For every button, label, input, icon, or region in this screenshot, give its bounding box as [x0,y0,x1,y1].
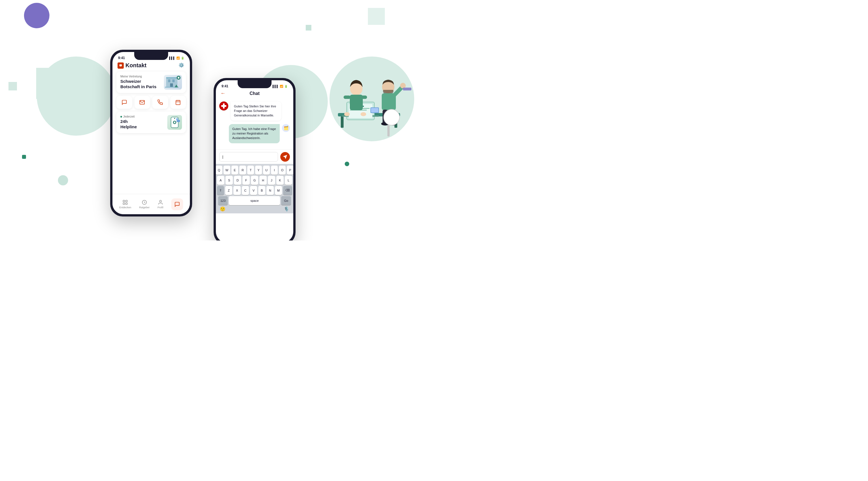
helpline-info: Jederzeit 24h Helpline [120,115,137,130]
svg-rect-62 [403,88,411,90]
key-C[interactable]: C [242,186,249,195]
nav-chat-btn[interactable] [171,199,183,210]
svg-rect-31 [221,105,226,107]
keyboard-row-1: Q W E R T Y U I O P [217,166,292,175]
nav-entdecken-label: Entdecken [119,206,131,209]
back-button[interactable]: ← [220,90,225,96]
svg-point-49 [344,112,350,116]
key-123[interactable]: 123 [218,196,228,205]
key-A[interactable]: A [217,176,224,185]
helpline-card[interactable]: Jederzeit 24h Helpline [116,112,186,133]
phone1-body: 9:41 ▌▌▌ 📶 🔋 Kontakt ⚙️ [110,50,192,216]
bot-avatar [219,101,228,111]
virtual-keyboard: Q W E R T Y U I O P A S D F G [216,164,293,213]
svg-point-28 [159,200,161,202]
vertretung-card[interactable]: Meine Vertretung Schweizer Botschaft in … [116,71,186,93]
svg-rect-25 [123,203,125,205]
bg-circle-phone1 [37,57,116,136]
nav-profil-label: Profil [157,206,163,209]
phone1-screen: 9:41 ▌▌▌ 📶 🔋 Kontakt ⚙️ [113,52,190,214]
key-Y[interactable]: Y [255,166,262,175]
key-shift[interactable]: ⇧ [217,186,224,195]
svg-rect-24 [126,200,127,202]
settings-icon[interactable]: ⚙️ [179,62,185,69]
kontakt-title-text: Kontakt [125,62,146,69]
helpline-label: Jederzeit [120,115,137,118]
battery-icon: 🔋 [181,57,184,60]
chat-action-btn[interactable] [116,96,132,109]
nav-entdecken[interactable]: Entdecken [119,200,131,209]
keyboard-emoji-row: 🙂 🎙️ [217,205,292,212]
key-D[interactable]: D [234,176,241,185]
key-Q[interactable]: Q [216,166,222,175]
key-I[interactable]: I [271,166,278,175]
phone2-body: 9:41 ▌▌▌ 📶 🔋 ← Chat [214,78,296,241]
key-B[interactable]: B [258,186,265,195]
nav-profil[interactable]: Profil [157,200,163,209]
vertretung-image [164,75,182,90]
key-X[interactable]: X [234,186,241,195]
send-button[interactable] [280,152,290,162]
keyboard-row-3: ⇧ Z X C V B N M ⌫ [217,186,292,195]
key-S[interactable]: S [225,176,233,185]
key-G[interactable]: G [251,176,258,185]
chat-header: ← Chat [216,89,293,99]
svg-rect-4 [166,77,178,79]
deco-small-green [22,155,26,159]
key-T[interactable]: T [247,166,254,175]
key-N[interactable]: N [267,186,274,195]
key-F[interactable]: F [242,176,250,185]
key-O[interactable]: O [279,166,286,175]
key-space[interactable]: space [229,196,280,205]
svg-point-58 [384,109,400,125]
svg-rect-1 [168,80,170,82]
phone2-notch [238,80,272,88]
key-M[interactable]: M [275,186,282,195]
message-sent-1: Guten Tag. Ich habe eine Frage zu meiner… [219,124,290,143]
chat-input-field[interactable] [219,152,278,162]
deco-green-dot [345,162,349,166]
key-P[interactable]: P [287,166,293,175]
key-U[interactable]: U [263,166,270,175]
battery-icon2: 🔋 [284,85,288,88]
vertretung-info: Meine Vertretung Schweizer Botschaft in … [120,75,157,90]
helpline-image [167,115,182,130]
wifi-icon: 📶 [176,57,180,60]
key-E[interactable]: E [231,166,238,175]
svg-rect-8 [178,78,179,78]
svg-point-50 [361,112,366,116]
svg-rect-36 [341,116,344,128]
key-W[interactable]: W [223,166,230,175]
key-R[interactable]: R [239,166,246,175]
key-K[interactable]: K [276,176,284,185]
svg-marker-33 [283,155,287,158]
key-J[interactable]: J [268,176,275,185]
chat-icon [118,62,124,69]
nav-chat[interactable] [171,199,183,210]
key-L[interactable]: L [285,176,292,185]
emoji-button[interactable]: 🙂 [220,206,225,212]
illustration [327,45,417,153]
nav-ratgeber-label: Ratgeber [139,206,150,209]
calendar-action-btn[interactable] [170,96,186,109]
nav-ratgeber[interactable]: Ratgeber [139,200,150,209]
svg-point-22 [176,118,178,120]
wifi-icon2: 📶 [280,85,283,88]
mic-button[interactable]: 🎙️ [284,206,289,212]
chat-input-row [216,150,293,164]
key-V[interactable]: V [250,186,257,195]
kontakt-title: Kontakt [118,62,146,69]
phone1-status-icons: ▌▌▌ 📶 🔋 [169,57,184,60]
vertretung-title: Schweizer Botschaft in Paris [120,79,157,90]
action-buttons-row [116,96,186,109]
deco-purple-circle [24,3,50,28]
svg-point-34 [330,57,414,141]
phone-action-btn[interactable] [152,96,168,109]
key-go[interactable]: Go [281,196,291,205]
key-delete[interactable]: ⌫ [283,186,292,195]
email-action-btn[interactable] [134,96,150,109]
svg-rect-47 [344,95,351,99]
key-H[interactable]: H [259,176,267,185]
svg-rect-59 [388,125,390,137]
key-Z[interactable]: Z [225,186,232,195]
